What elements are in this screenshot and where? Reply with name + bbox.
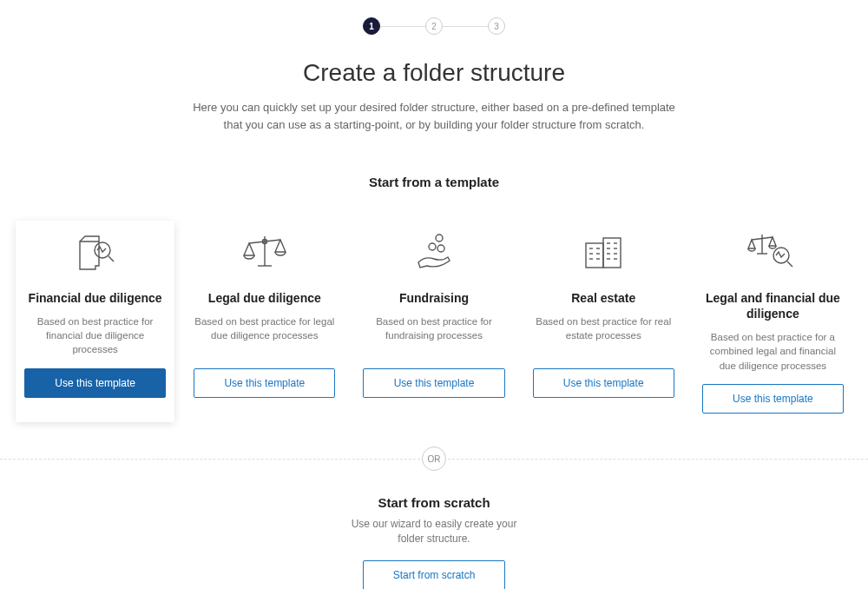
- templates-section-title: Start from a template: [0, 175, 868, 189]
- use-template-button[interactable]: Use this template: [702, 384, 844, 414]
- scratch-desc: Use our wizard to easily create your fol…: [339, 517, 529, 546]
- template-desc: Based on best practice for financial due…: [24, 314, 166, 358]
- use-template-button[interactable]: Use this template: [24, 368, 166, 398]
- svg-line-1: [108, 256, 114, 261]
- template-title: Legal due diligence: [194, 290, 335, 306]
- template-card-real-estate[interactable]: Real estate Based on best practice for r…: [524, 221, 683, 422]
- svg-point-7: [429, 243, 436, 250]
- step-1[interactable]: 1: [363, 17, 380, 35]
- step-divider: [443, 26, 488, 27]
- svg-line-29: [787, 261, 792, 267]
- use-template-button[interactable]: Use this template: [533, 368, 674, 398]
- svg-point-28: [773, 248, 789, 263]
- scales-icon: [194, 229, 335, 275]
- step-divider: [380, 26, 425, 27]
- template-title: Legal and financial due diligence: [702, 290, 844, 321]
- or-badge: OR: [422, 447, 446, 471]
- svg-rect-9: [586, 243, 603, 268]
- template-desc: Based on best practice for a combined le…: [702, 330, 844, 374]
- hand-coins-icon: [363, 229, 504, 275]
- stepper: 1 2 3: [0, 0, 868, 35]
- scales-magnify-icon: [702, 229, 844, 275]
- scratch-title: Start from scratch: [0, 495, 868, 510]
- svg-point-0: [95, 242, 110, 258]
- step-3[interactable]: 3: [488, 17, 505, 35]
- template-cards: Financial due diligence Based on best pr…: [0, 221, 868, 422]
- page-header: Create a folder structure Here you can q…: [0, 59, 868, 133]
- template-card-legal-financial[interactable]: Legal and financial due diligence Based …: [694, 221, 852, 422]
- document-magnify-icon: [24, 229, 166, 275]
- svg-point-6: [436, 235, 443, 242]
- template-title: Real estate: [533, 290, 674, 306]
- start-from-scratch-button[interactable]: Start from scratch: [363, 560, 506, 589]
- use-template-button[interactable]: Use this template: [194, 368, 335, 398]
- template-card-fundraising[interactable]: Fundraising Based on best practice for f…: [354, 221, 513, 422]
- use-template-button[interactable]: Use this template: [363, 368, 504, 398]
- template-card-financial[interactable]: Financial due diligence Based on best pr…: [16, 221, 174, 422]
- template-desc: Based on best practice for real estate p…: [533, 314, 674, 358]
- svg-rect-10: [603, 238, 621, 268]
- template-desc: Based on best practice for legal due dil…: [194, 314, 335, 358]
- buildings-icon: [533, 229, 674, 275]
- scratch-section: Start from scratch Use our wizard to eas…: [0, 495, 868, 589]
- template-title: Financial due diligence: [24, 290, 166, 306]
- template-card-legal[interactable]: Legal due diligence Based on best practi…: [185, 221, 344, 422]
- or-divider: OR: [0, 447, 868, 471]
- svg-point-8: [437, 245, 444, 252]
- step-2[interactable]: 2: [425, 17, 443, 35]
- page-title: Create a folder structure: [0, 59, 868, 87]
- template-desc: Based on best practice for fundraising p…: [363, 314, 504, 358]
- template-title: Fundraising: [363, 290, 504, 306]
- page-subtitle: Here you can quickly set up your desired…: [191, 99, 677, 133]
